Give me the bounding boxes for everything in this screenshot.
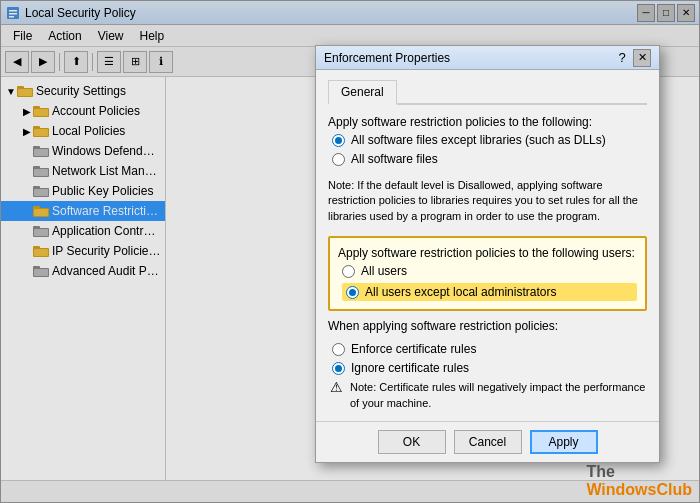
- cancel-button[interactable]: Cancel: [454, 430, 522, 454]
- radio-all-software[interactable]: All software files: [332, 152, 647, 166]
- apply-button[interactable]: Apply: [530, 430, 598, 454]
- radio-all-except-admins-input[interactable]: [346, 286, 359, 299]
- apply-files-label: Apply software restriction policies to t…: [328, 115, 647, 129]
- cert-section-label: When applying software restriction polic…: [328, 319, 647, 333]
- radio-ignore-cert-label: Ignore certificate rules: [351, 361, 469, 375]
- apply-files-section: Apply software restriction policies to t…: [328, 115, 647, 166]
- dialog-help-button[interactable]: ?: [613, 49, 631, 67]
- dialog-footer: OK Cancel Apply: [316, 421, 659, 462]
- ok-button[interactable]: OK: [378, 430, 446, 454]
- tab-bar: General: [328, 80, 647, 105]
- dialog-close-button[interactable]: ✕: [633, 49, 651, 67]
- apply-users-label: Apply software restriction policies to t…: [338, 246, 637, 260]
- radio-all-users-input[interactable]: [342, 265, 355, 278]
- apply-users-radio-group: All users All users except local adminis…: [338, 264, 637, 301]
- apply-users-section: Apply software restriction policies to t…: [328, 236, 647, 311]
- radio-all-except-admins-label: All users except local administrators: [365, 285, 556, 299]
- dialog-title: Enforcement Properties: [324, 51, 613, 65]
- radio-all-except-libraries-input[interactable]: [332, 134, 345, 147]
- dialog-body: General Apply software restriction polic…: [316, 70, 659, 421]
- modal-overlay: Enforcement Properties ? ✕ General Apply…: [0, 0, 700, 503]
- radio-all-users-label: All users: [361, 264, 407, 278]
- cert-section: When applying software restriction polic…: [328, 319, 647, 411]
- radio-all-except-libraries-label: All software files except libraries (suc…: [351, 133, 606, 147]
- radio-enforce-cert-label: Enforce certificate rules: [351, 342, 476, 356]
- libraries-note: Note: If the default level is Disallowed…: [328, 174, 647, 228]
- radio-ignore-cert-input[interactable]: [332, 362, 345, 375]
- cert-radio-group: Enforce certificate rules Ignore certifi…: [328, 342, 647, 375]
- apply-files-radio-group: All software files except libraries (suc…: [328, 133, 647, 166]
- cert-warning: ⚠ Note: Certificate rules will negativel…: [328, 380, 647, 411]
- radio-all-except-libraries[interactable]: All software files except libraries (suc…: [332, 133, 647, 147]
- radio-all-software-input[interactable]: [332, 153, 345, 166]
- radio-ignore-cert[interactable]: Ignore certificate rules: [332, 361, 647, 375]
- radio-all-software-label: All software files: [351, 152, 438, 166]
- radio-enforce-cert-input[interactable]: [332, 343, 345, 356]
- dialog-title-bar: Enforcement Properties ? ✕: [316, 46, 659, 70]
- warning-icon: ⚠: [328, 380, 344, 396]
- cert-warning-text: Note: Certificate rules will negatively …: [350, 380, 647, 411]
- tab-general[interactable]: General: [328, 80, 397, 105]
- radio-enforce-cert[interactable]: Enforce certificate rules: [332, 342, 647, 356]
- dialog-enforcement-properties: Enforcement Properties ? ✕ General Apply…: [315, 45, 660, 463]
- radio-all-users[interactable]: All users: [342, 264, 637, 278]
- radio-all-except-admins[interactable]: All users except local administrators: [342, 283, 637, 301]
